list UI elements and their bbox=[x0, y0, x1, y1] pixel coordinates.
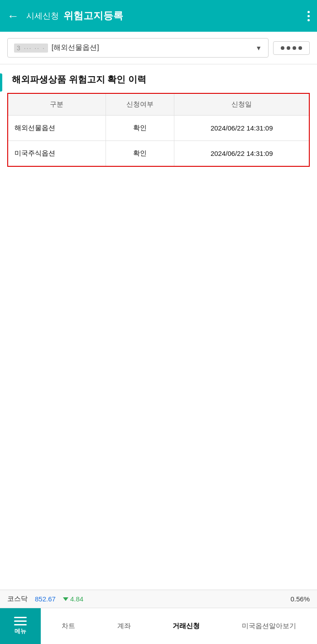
nav-item-거래신청[interactable]: 거래신청 bbox=[168, 617, 204, 635]
left-accent-bar bbox=[0, 73, 2, 92]
section-title: 해외파생상품 위험고지 확인 이력 bbox=[7, 73, 310, 86]
nav-item-차트[interactable]: 차트 bbox=[57, 617, 80, 635]
table-row: 미국주식옵션확인2024/06/22 14:31:09 bbox=[8, 141, 309, 167]
nav-items: 차트계좌거래신청미국옵션알아보기 bbox=[41, 617, 317, 635]
market-label: 코스닥 bbox=[7, 595, 28, 603]
market-change-value: 4.84 bbox=[70, 595, 83, 603]
cell-status: 확인 bbox=[106, 116, 174, 141]
col-header-status: 신청여부 bbox=[106, 93, 174, 116]
dot-icon bbox=[298, 46, 302, 50]
account-dropdown[interactable]: 3 ··· ·· · [해외선물옵션] ▼ bbox=[7, 38, 269, 58]
cell-date: 2024/06/22 14:31:09 bbox=[174, 141, 309, 167]
bottom-nav: 메뉴 차트계좌거래신청미국옵션알아보기 bbox=[0, 608, 317, 644]
market-value: 852.67 bbox=[35, 595, 56, 603]
dots-button[interactable] bbox=[273, 41, 310, 55]
dot-icon bbox=[281, 46, 284, 50]
header-title: 위험고지등록 bbox=[63, 9, 307, 23]
more-vertical-icon[interactable] bbox=[307, 11, 310, 21]
nav-item-계좌[interactable]: 계좌 bbox=[113, 617, 135, 635]
back-button[interactable]: ← bbox=[7, 9, 19, 23]
app-header: ← 시세신청 위험고지등록 bbox=[0, 0, 317, 32]
dropdown-bar: 3 ··· ·· · [해외선물옵션] ▼ bbox=[0, 32, 317, 64]
menu-label: 메뉴 bbox=[14, 627, 26, 635]
status-bar: 코스닥 852.67 4.84 0.56% bbox=[0, 590, 317, 608]
dropdown-option: [해외선물옵션] bbox=[52, 43, 99, 53]
chevron-down-icon: ▼ bbox=[255, 44, 262, 52]
market-percent: 0.56% bbox=[290, 595, 310, 603]
nav-item-미국옵션알아보기[interactable]: 미국옵션알아보기 bbox=[237, 617, 301, 635]
cell-status: 확인 bbox=[106, 141, 174, 167]
arrow-down-icon bbox=[63, 597, 68, 601]
col-header-category: 구분 bbox=[8, 93, 106, 116]
dot-icon bbox=[287, 46, 290, 50]
cell-category: 미국주식옵션 bbox=[8, 141, 106, 167]
table-row: 해외선물옵션확인2024/06/22 14:31:09 bbox=[8, 116, 309, 141]
cell-date: 2024/06/22 14:31:09 bbox=[174, 116, 309, 141]
main-content: 해외파생상품 위험고지 확인 이력 구분 신청여부 신청일 해외선물옵션확인20… bbox=[0, 64, 317, 590]
col-header-date: 신청일 bbox=[174, 93, 309, 116]
dot-icon bbox=[293, 46, 296, 50]
header-subtitle: 시세신청 bbox=[26, 10, 59, 21]
hamburger-icon bbox=[14, 617, 27, 625]
menu-button[interactable]: 메뉴 bbox=[0, 608, 41, 644]
market-change: 4.84 bbox=[63, 595, 83, 603]
history-table: 구분 신청여부 신청일 해외선물옵션확인2024/06/22 14:31:09미… bbox=[7, 93, 310, 167]
dropdown-text: 3 ··· ·· · [해외선물옵션] bbox=[14, 43, 99, 53]
cell-category: 해외선물옵션 bbox=[8, 116, 106, 141]
table-header-row: 구분 신청여부 신청일 bbox=[8, 93, 309, 116]
account-blurred: 3 ··· ·· · bbox=[14, 44, 48, 53]
